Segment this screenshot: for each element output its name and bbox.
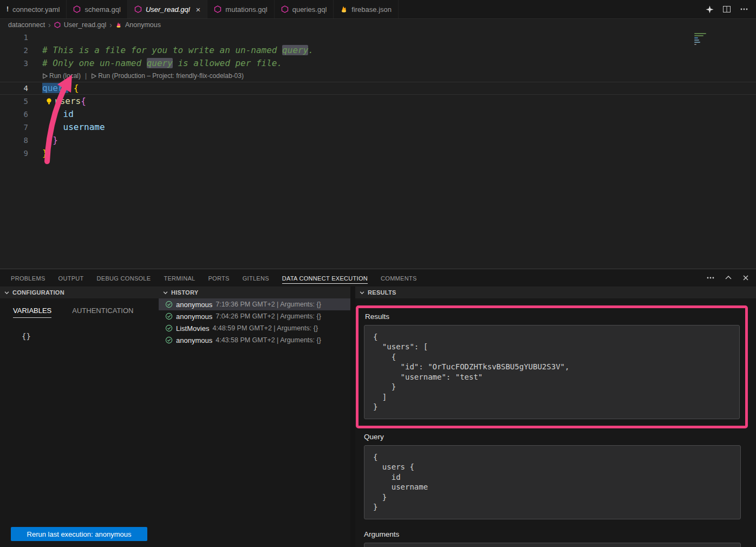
chevron-down-icon	[360, 290, 364, 295]
history-title: HISTORY	[171, 289, 198, 296]
panel-close-icon[interactable]	[742, 274, 750, 282]
copilot-sparkle-icon[interactable]	[706, 5, 714, 14]
rerun-button[interactable]: Rerun last execution: anonymous	[11, 527, 147, 541]
panel-maximize-icon[interactable]	[725, 274, 732, 282]
codelens-label: Run (local)	[49, 70, 81, 82]
code-line-1[interactable]: 1	[0, 31, 756, 44]
history-item[interactable]: ListMovies 4:48:59 PM GMT+2 | Arguments:…	[159, 322, 350, 334]
more-actions-icon[interactable]	[740, 5, 748, 14]
history-item[interactable]: anonymous 7:19:36 PM GMT+2 | Arguments: …	[159, 298, 350, 310]
panel-tab-data-connect-execution[interactable]: DATA CONNECT EXECUTION	[282, 270, 368, 286]
line-number: 6	[0, 108, 34, 121]
breadcrumb-separator: ›	[48, 21, 51, 29]
line-number: 7	[0, 121, 34, 134]
graphql-icon	[214, 5, 221, 13]
field-users: users	[55, 96, 81, 106]
code-editor[interactable]: 1 2 # This is a file for you to write an…	[0, 31, 756, 269]
variables-value[interactable]: {}	[22, 332, 159, 341]
comment-line: # Only one un-named query is allowed per…	[34, 57, 282, 70]
panel-tab-ports[interactable]: PORTS	[208, 270, 229, 286]
tab-connector-yaml[interactable]: ! connector.yaml	[0, 0, 67, 18]
line-number: 1	[0, 31, 34, 44]
history-item-meta: 7:04:26 PM GMT+2 | Arguments: {}	[216, 312, 321, 320]
codelens-run-production[interactable]: Run (Production – Project: friendly-flix…	[91, 70, 244, 82]
results-header[interactable]: RESULTS	[355, 286, 756, 298]
comment-text: # Only one un-named	[42, 58, 147, 68]
line-number: 4	[0, 82, 34, 95]
code-line-4[interactable]: 4 query {	[0, 82, 756, 95]
lightbulb-icon[interactable]	[45, 96, 53, 109]
query-text: { users { id username } }	[364, 445, 741, 519]
breadcrumb-item-anonymous[interactable]: Anonymous	[125, 21, 161, 29]
history-item[interactable]: anonymous 7:04:26 PM GMT+2 | Arguments: …	[159, 310, 350, 322]
check-circle-icon	[165, 324, 173, 332]
close-icon[interactable]: ×	[196, 5, 201, 14]
code-line-3[interactable]: 3 # Only one un-named query is allowed p…	[0, 57, 756, 70]
tab-label: User_read.gql	[146, 5, 190, 14]
history-item-meta: 4:43:58 PM GMT+2 | Arguments: {}	[216, 336, 321, 344]
history-section: HISTORY anonymous 7:19:36 PM GMT+2 | Arg…	[159, 286, 350, 547]
tab-user-read-gql[interactable]: User_read.gql ×	[128, 0, 207, 18]
yaml-file-icon: !	[6, 5, 9, 13]
panel-body: CONFIGURATION VARIABLES AUTHENTICATION {…	[0, 286, 756, 547]
code-line-2[interactable]: 2 # This is a file for you to write an u…	[0, 44, 756, 57]
code-text: users{	[34, 95, 86, 108]
highlighted-word: query	[282, 45, 308, 55]
code-text: query {	[34, 82, 79, 95]
panel-tab-gitlens[interactable]: GITLENS	[243, 270, 269, 286]
breadcrumb-item-dataconnect[interactable]: dataconnect	[8, 21, 45, 29]
history-item-name: anonymous	[176, 301, 212, 309]
results-title: RESULTS	[368, 289, 396, 296]
tab-queries-gql[interactable]: queries.gql	[275, 0, 334, 18]
panel-tab-terminal[interactable]: TERMINAL	[164, 270, 195, 286]
history-item-meta: 7:19:36 PM GMT+2 | Arguments: {}	[216, 301, 321, 308]
configuration-title: CONFIGURATION	[12, 289, 64, 296]
codelens-separator: |	[84, 70, 88, 82]
chevron-down-icon	[163, 290, 168, 295]
panel-tab-comments[interactable]: COMMENTS	[381, 270, 417, 286]
history-item-name: ListMovies	[176, 324, 209, 333]
results-label: Results	[365, 312, 740, 321]
panel-tab-debug-console[interactable]: DEBUG CONSOLE	[97, 270, 151, 286]
graphql-icon	[54, 22, 61, 28]
breadcrumb-item-file[interactable]: User_read.gql	[64, 21, 107, 29]
code-line-7[interactable]: 7 username	[0, 121, 756, 134]
line-number: 2	[0, 44, 34, 57]
tab-mutations-gql[interactable]: mutations.gql	[207, 0, 274, 18]
configuration-header[interactable]: CONFIGURATION	[0, 286, 159, 298]
history-item[interactable]: anonymous 4:43:58 PM GMT+2 | Arguments: …	[159, 334, 350, 346]
tab-variables[interactable]: VARIABLES	[13, 307, 51, 318]
tab-firebase-json[interactable]: firebase.json	[334, 0, 399, 18]
history-header[interactable]: HISTORY	[159, 286, 350, 298]
space	[68, 83, 74, 93]
code-line-9[interactable]: 9 }	[0, 147, 756, 160]
codelens-label: Run (Production – Project: friendly-flix…	[98, 70, 244, 82]
graphql-icon	[281, 5, 289, 13]
arguments-label: Arguments	[364, 530, 756, 538]
field-id: id	[34, 108, 74, 121]
dataconnect-operation-icon	[115, 22, 122, 28]
code-line-6[interactable]: 6 id	[0, 108, 756, 121]
panel-tab-output[interactable]: OUTPUT	[58, 270, 84, 286]
panel-tab-problems[interactable]: PROBLEMS	[11, 270, 45, 286]
tab-label: connector.yaml	[12, 5, 60, 14]
split-editor-icon[interactable]	[722, 5, 731, 14]
tab-authentication[interactable]: AUTHENTICATION	[72, 307, 133, 318]
comment-text: # This is a file for you to write an un-…	[42, 45, 282, 55]
editor-tab-bar: ! connector.yaml schema.gql User_read.gq…	[0, 0, 756, 19]
annotation-highlight-box: Results { "users": [ { "id": "OrTucFODZH…	[356, 305, 748, 428]
codelens-row: Run (local) | Run (Production – Project:…	[0, 70, 756, 82]
scrollbar[interactable]	[350, 286, 355, 547]
panel-more-actions-icon[interactable]	[706, 274, 715, 282]
line-number: 9	[0, 147, 34, 160]
code-line-5[interactable]: 5 users{	[0, 95, 756, 108]
arguments-text: {}	[364, 543, 741, 547]
panel-actions	[706, 269, 750, 286]
tab-schema-gql[interactable]: schema.gql	[67, 0, 127, 18]
minimap[interactable]	[694, 33, 711, 55]
tab-label: queries.gql	[292, 5, 327, 14]
editor-actions	[706, 0, 756, 18]
graphql-icon	[73, 5, 81, 13]
codelens-run-local[interactable]: Run (local)	[42, 70, 81, 82]
code-line-8[interactable]: 8 }	[0, 134, 756, 147]
